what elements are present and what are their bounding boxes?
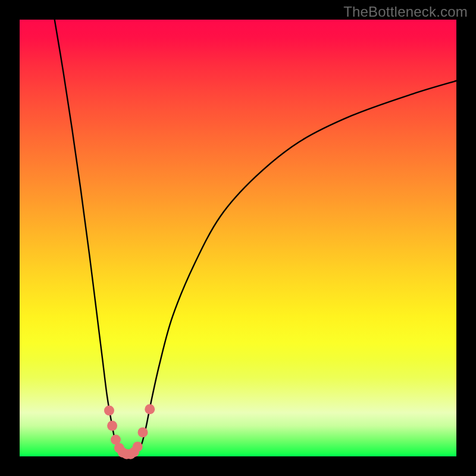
chart-frame: TheBottleneck.com: [0, 0, 476, 476]
highlight-dot: [145, 404, 155, 414]
highlight-dots: [104, 404, 155, 459]
highlight-dot: [137, 427, 148, 437]
highlight-dot: [133, 441, 143, 452]
watermark-text: TheBottleneck.com: [343, 4, 468, 20]
bottleneck-curve: [55, 20, 456, 457]
highlight-dot: [107, 421, 117, 431]
highlight-dot: [104, 405, 114, 415]
curve-layer: [20, 20, 456, 456]
plot-area: [20, 20, 456, 456]
